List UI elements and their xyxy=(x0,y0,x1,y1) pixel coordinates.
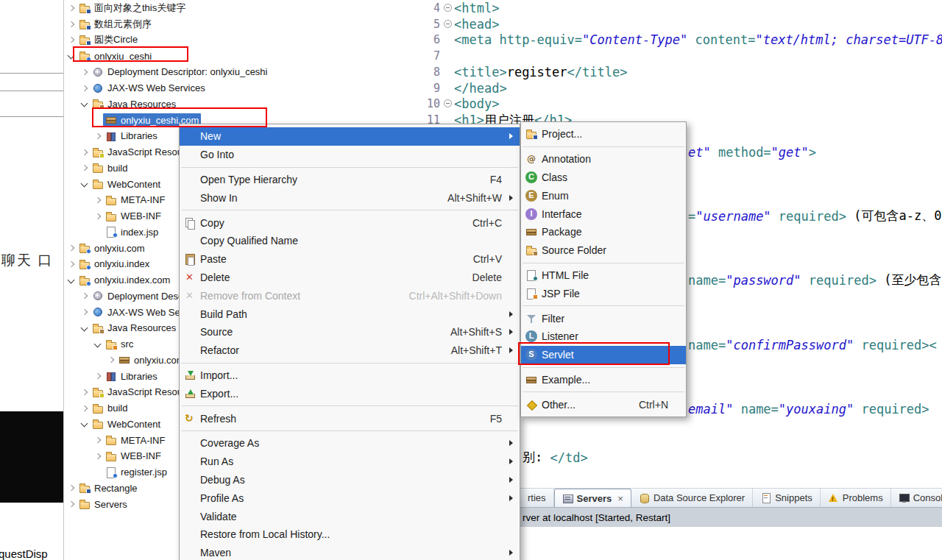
tree-item-this[interactable]: 面向对象之this关键字 xyxy=(64,0,410,16)
collapsed-arrow-icon[interactable] xyxy=(80,403,90,414)
menu-item-validate[interactable]: Validate xyxy=(180,507,520,525)
expanded-arrow-icon[interactable] xyxy=(67,275,77,286)
menu-item-copy[interactable]: CopyCtrl+C xyxy=(180,213,520,232)
collapsed-arrow-icon[interactable] xyxy=(93,371,103,381)
menu-item-import[interactable]: Import... xyxy=(180,366,520,385)
menu-item-copy-qualified-name[interactable]: Copy Qualified Name xyxy=(180,232,520,250)
menu-item-coverage-as[interactable]: Coverage As xyxy=(180,434,520,453)
tab-problems[interactable]: Problems xyxy=(821,489,891,507)
tree-item-label: 圆类Circle xyxy=(93,33,138,46)
menu-item-interface[interactable]: Interface xyxy=(521,205,686,223)
menu-item-class[interactable]: Class xyxy=(521,169,686,187)
menu-item-package[interactable]: Package xyxy=(521,223,686,241)
menu-item-project[interactable]: Project... xyxy=(521,125,686,143)
submenu-arrow-slot xyxy=(671,269,680,281)
menu-item-debug-as[interactable]: Debug As xyxy=(180,471,520,489)
code-segment: required xyxy=(801,273,869,288)
submenu-arrow-icon xyxy=(505,308,514,320)
collapsed-arrow-icon[interactable] xyxy=(80,291,90,301)
collapsed-arrow-icon[interactable] xyxy=(80,83,90,93)
empty-icon xyxy=(184,492,196,504)
menu-item-maven[interactable]: Maven xyxy=(180,544,520,560)
tab-console[interactable]: Console xyxy=(891,489,942,507)
tree-item-deployment-descriptor-onlyxiu-ceshi[interactable]: Deployment Descriptor: onlyxiu_ceshi xyxy=(64,64,410,80)
menu-item-enum[interactable]: Enum xyxy=(521,186,686,205)
menu-item-example[interactable]: Example... xyxy=(521,371,686,389)
collapsed-arrow-icon[interactable] xyxy=(80,307,90,317)
collapsed-arrow-icon[interactable] xyxy=(93,211,103,221)
menu-item-build-path[interactable]: Build Path xyxy=(180,305,520,323)
menu-item-refresh[interactable]: RefreshF5 xyxy=(180,409,520,428)
menu-item-show-in[interactable]: Show InAlt+Shift+W xyxy=(180,188,520,207)
submenu-arrow-slot xyxy=(671,399,680,411)
expanded-arrow-icon[interactable] xyxy=(80,323,90,333)
code-segment: "confirmPassword" xyxy=(726,338,854,352)
fold-marker-icon[interactable] xyxy=(442,18,454,30)
import-icon xyxy=(184,369,196,381)
collapsed-arrow-icon[interactable] xyxy=(80,67,90,77)
collapsed-arrow-icon[interactable] xyxy=(80,163,90,173)
menu-item-remove-from-context[interactable]: Remove from ContextCtrl+Alt+Shift+Down xyxy=(180,286,520,305)
collapsed-arrow-icon[interactable] xyxy=(107,355,116,365)
tab-data-source-explorer[interactable]: Data Source Explorer xyxy=(631,489,753,507)
tree-item-jax-ws-web-services[interactable]: JAX-WS Web Services xyxy=(64,80,410,96)
project-icon xyxy=(79,482,91,494)
collapsed-arrow-icon[interactable] xyxy=(67,3,77,13)
menu-item-annotation[interactable]: Annotation xyxy=(521,150,686,169)
menu-item-go-into[interactable]: Go Into xyxy=(180,146,520,164)
submenu-arrow-icon xyxy=(505,547,514,559)
collapsed-arrow-icon[interactable] xyxy=(93,451,103,461)
menu-item-export[interactable]: Export... xyxy=(180,384,520,403)
menu-item-other[interactable]: Other...Ctrl+N xyxy=(521,395,686,414)
collapsed-arrow-icon[interactable] xyxy=(67,243,77,253)
menu-item-delete[interactable]: DeleteDelete xyxy=(180,269,520,287)
tab-close-icon[interactable]: × xyxy=(617,493,623,504)
collapsed-arrow-icon[interactable] xyxy=(93,435,103,445)
empty-icon xyxy=(184,344,196,356)
submenu-arrow-slot xyxy=(671,349,680,361)
menu-item-html-file[interactable]: HTML File xyxy=(521,266,686,285)
enum-icon xyxy=(525,190,537,202)
menu-item-run-as[interactable]: Run As xyxy=(180,453,520,471)
collapsed-arrow-icon[interactable] xyxy=(93,131,103,141)
expanded-arrow-icon[interactable] xyxy=(80,179,90,189)
collapsed-arrow-icon[interactable] xyxy=(67,35,77,45)
menu-item-source-folder[interactable]: Source Folder xyxy=(521,241,686,260)
expanded-arrow-icon[interactable] xyxy=(93,339,103,350)
collapsed-arrow-icon[interactable] xyxy=(80,387,90,397)
new-submenu: Project...AnnotationClassEnumInterfacePa… xyxy=(520,121,687,417)
menu-item-filter[interactable]: Filter xyxy=(521,309,686,327)
menu-item-open-type-hierarchy[interactable]: Open Type HierarchyF4 xyxy=(180,171,520,189)
menu-separator xyxy=(181,210,518,210)
tab-rties[interactable]: rties xyxy=(520,489,554,507)
tree-item-circle[interactable]: 圆类Circle xyxy=(64,32,410,49)
tree-item-item[interactable]: 数组元素倒序 xyxy=(64,16,410,32)
menu-item-paste[interactable]: PasteCtrl+V xyxy=(180,250,520,269)
menu-item-jsp-file[interactable]: JSP File xyxy=(521,284,686,302)
tab-servers[interactable]: Servers× xyxy=(554,489,631,507)
collapsed-arrow-icon[interactable] xyxy=(80,147,90,157)
tree-item-label: Deployment Descriptor: onlyxiu_ceshi xyxy=(107,66,267,77)
line-number: 5 xyxy=(409,18,442,31)
fold-marker-icon[interactable] xyxy=(442,98,454,110)
collapsed-arrow-icon[interactable] xyxy=(67,19,77,29)
tree-item-label: onlyxiu.com xyxy=(133,355,185,366)
collapsed-arrow-icon[interactable] xyxy=(67,483,77,493)
collapsed-arrow-icon[interactable] xyxy=(93,195,103,205)
tab-snippets[interactable]: Snippets xyxy=(753,489,821,507)
menu-item-refactor[interactable]: RefactorAlt+Shift+T xyxy=(180,341,520,360)
folder-icon xyxy=(79,498,91,510)
expanded-arrow-icon[interactable] xyxy=(80,99,90,109)
menu-item-new[interactable]: New xyxy=(180,127,520,146)
collapsed-arrow-icon[interactable] xyxy=(67,499,77,509)
fold-marker-icon[interactable] xyxy=(442,2,454,14)
background-bottom-text: questDisp xyxy=(0,547,48,560)
menu-item-source[interactable]: SourceAlt+Shift+S xyxy=(180,323,520,341)
editor-line: 7 xyxy=(409,48,942,64)
collapsed-arrow-icon[interactable] xyxy=(67,259,77,269)
menu-item-label: Paste xyxy=(200,253,227,265)
code-segment: "get" xyxy=(771,145,809,160)
menu-item-restore-from-local-history[interactable]: Restore from Local History... xyxy=(180,525,520,544)
menu-item-profile-as[interactable]: Profile As xyxy=(180,489,520,507)
expanded-arrow-icon[interactable] xyxy=(80,419,90,429)
